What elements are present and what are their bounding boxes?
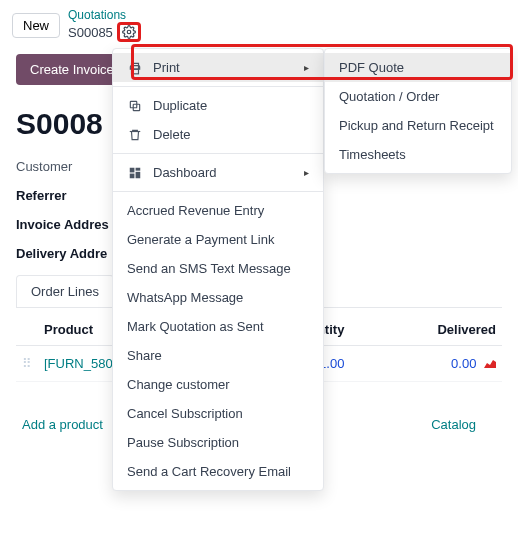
new-button[interactable]: New	[12, 13, 60, 38]
add-product-link[interactable]: Add a product	[22, 417, 103, 432]
catalog-link[interactable]: Catalog	[431, 417, 476, 432]
menu-print[interactable]: Print ▸	[113, 53, 323, 82]
menu-sms[interactable]: Send an SMS Text Message	[113, 254, 323, 283]
svg-rect-4	[130, 167, 135, 172]
menu-print-label: Print	[153, 60, 294, 75]
menu-delete-label: Delete	[153, 127, 309, 142]
drag-handle-icon[interactable]: ⠿	[16, 346, 38, 382]
menu-payment-link[interactable]: Generate a Payment Link	[113, 225, 323, 254]
actions-gear-button[interactable]	[117, 22, 141, 42]
header: New Quotations S00085	[0, 0, 518, 46]
submenu-pickup-return[interactable]: Pickup and Return Receipt	[325, 111, 511, 140]
product-cell[interactable]: [FURN_580	[44, 356, 113, 371]
svg-rect-5	[136, 167, 141, 170]
svg-rect-1	[132, 69, 139, 74]
print-submenu: PDF Quote Quotation / Order Pickup and R…	[324, 48, 512, 174]
menu-duplicate-label: Duplicate	[153, 98, 309, 113]
tab-order-lines[interactable]: Order Lines	[16, 275, 114, 307]
menu-change-customer[interactable]: Change customer	[113, 370, 323, 399]
svg-point-0	[127, 31, 131, 35]
menu-mark-sent[interactable]: Mark Quotation as Sent	[113, 312, 323, 341]
field-customer-label: Customer	[16, 159, 72, 174]
breadcrumb: Quotations S00085	[68, 8, 141, 42]
field-referrer-label: Referrer	[16, 188, 67, 203]
breadcrumb-quotations-link[interactable]: Quotations	[68, 8, 141, 22]
duplicate-icon	[127, 99, 143, 113]
menu-cart-recovery[interactable]: Send a Cart Recovery Email	[113, 457, 323, 486]
caret-right-icon: ▸	[304, 167, 309, 178]
menu-share[interactable]: Share	[113, 341, 323, 370]
submenu-timesheets[interactable]: Timesheets	[325, 140, 511, 169]
dashboard-icon	[127, 166, 143, 180]
trash-icon	[127, 128, 143, 142]
svg-rect-7	[130, 173, 135, 178]
print-icon	[127, 61, 143, 75]
actions-menu: Print ▸ Duplicate Delete Dashboard ▸ Acc…	[112, 48, 324, 491]
breadcrumb-current: S00085	[68, 25, 113, 41]
field-delivery-address-label: Delivery Addre	[16, 246, 107, 261]
menu-accrued-revenue[interactable]: Accrued Revenue Entry	[113, 196, 323, 225]
submenu-pdf-quote[interactable]: PDF Quote	[325, 53, 511, 82]
menu-whatsapp[interactable]: WhatsApp Message	[113, 283, 323, 312]
delivered-cell[interactable]: 0.00	[451, 356, 476, 371]
gear-icon	[122, 25, 136, 39]
svg-rect-6	[136, 171, 141, 177]
field-invoice-address-label: Invoice Addres	[16, 217, 109, 232]
menu-separator	[113, 191, 323, 192]
menu-duplicate[interactable]: Duplicate	[113, 91, 323, 120]
menu-separator	[113, 153, 323, 154]
caret-right-icon: ▸	[304, 62, 309, 73]
menu-dashboard-label: Dashboard	[153, 165, 294, 180]
menu-delete[interactable]: Delete	[113, 120, 323, 149]
menu-pause-subscription[interactable]: Pause Subscription	[113, 428, 323, 457]
menu-cancel-subscription[interactable]: Cancel Subscription	[113, 399, 323, 428]
menu-dashboard[interactable]: Dashboard ▸	[113, 158, 323, 187]
col-delivered[interactable]: Delivered	[350, 314, 502, 346]
submenu-quotation-order[interactable]: Quotation / Order	[325, 82, 511, 111]
forecast-icon[interactable]	[484, 356, 496, 371]
menu-separator	[113, 86, 323, 87]
